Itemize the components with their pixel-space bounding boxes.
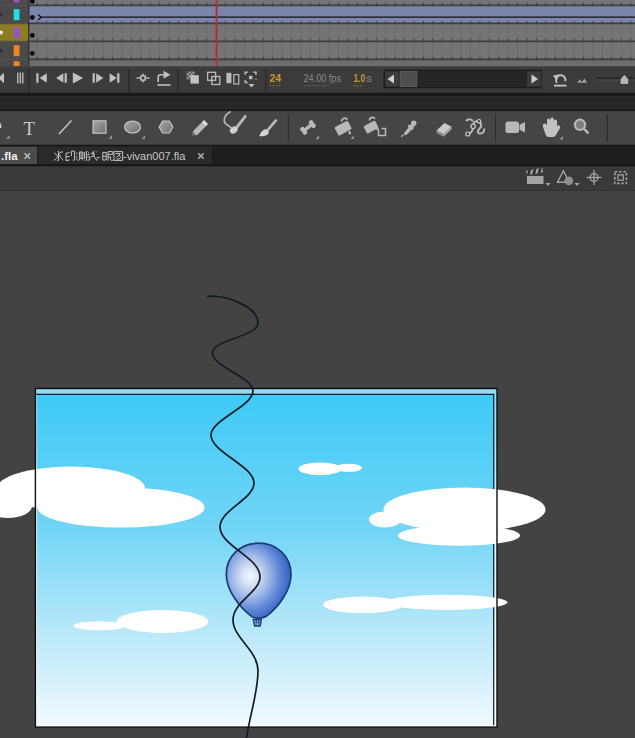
svg-text:.fla: .fla — [1, 150, 18, 162]
svg-text:1.0: 1.0 — [354, 72, 366, 84]
svg-text:24.00 fps: 24.00 fps — [304, 72, 342, 84]
svg-text:T: T — [24, 119, 35, 139]
svg-text:s: s — [367, 72, 372, 84]
svg-text:-vivan007.fla: -vivan007.fla — [123, 150, 186, 162]
svg-text:24: 24 — [270, 72, 282, 84]
